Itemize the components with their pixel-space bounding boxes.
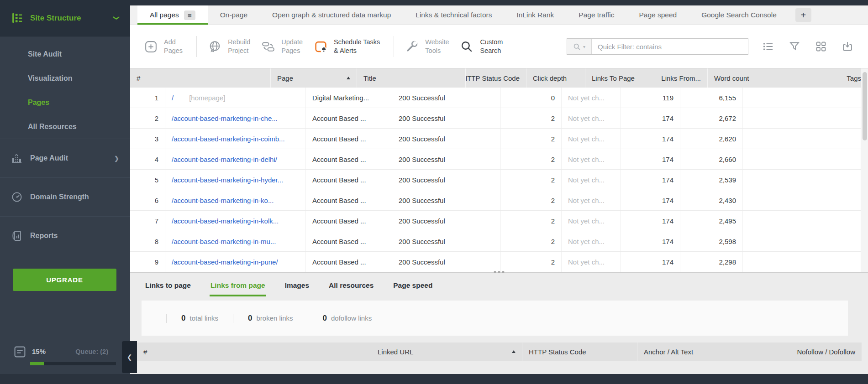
list-view-icon[interactable] — [762, 41, 774, 52]
table-row[interactable]: 5 /account-based-marketing-in-hyder... A… — [130, 170, 868, 190]
sidebar-item[interactable]: Site Audit — [0, 42, 130, 66]
sidebar-section-domain-strength[interactable]: Domain Strength — [0, 177, 130, 216]
sidebar-item-label: Site Audit — [28, 50, 62, 58]
sidebar-header-site-structure[interactable]: Site Structure ❯ — [0, 0, 130, 36]
title-cell: Account Based ... — [306, 129, 392, 149]
sidebar-section-label: Reports — [30, 232, 119, 240]
crawl-log-icon[interactable] — [14, 346, 26, 358]
stat-label: total links — [189, 314, 218, 322]
column-header[interactable]: HTTP Status Code — [522, 342, 637, 361]
table-row[interactable]: 6 /account-based-marketing-in-ko... Acco… — [130, 190, 868, 211]
column-header[interactable]: # — [130, 68, 271, 88]
table-scrollbar-thumb[interactable] — [863, 72, 867, 140]
page-cell: /account-based-marketing-in-ko... — [165, 190, 306, 210]
page-link[interactable]: / — [172, 94, 174, 102]
rebuild-project-button[interactable]: RebuildProject — [208, 38, 250, 55]
sidebar-item[interactable]: All Resources — [0, 114, 130, 139]
workspace-tab[interactable]: Open graph & structured data markup ≡ — [260, 5, 403, 25]
toolbar: AddPages RebuildProject — [130, 25, 868, 68]
page-link[interactable]: /account-based-marketing-in-mu... — [172, 238, 276, 245]
column-header-label: Nofollow / Dofollow — [797, 348, 855, 356]
custom-search-label: CustomSearch — [480, 38, 503, 55]
table-row[interactable]: 2 /account-based-marketing-in-che... Acc… — [130, 108, 868, 129]
grid-view-icon[interactable] — [815, 41, 827, 52]
column-header-label: # — [143, 348, 147, 356]
details-panel-tab-label: Page speed — [393, 281, 432, 289]
links-table-header: # Linked URL HTTP Status Code An — [137, 342, 862, 361]
table-row[interactable]: 7 /account-based-marketing-in-kolk... Ac… — [130, 211, 868, 231]
word-count-cell: 2,495 — [680, 211, 743, 231]
column-header[interactable]: Anchor / Alt Text — [637, 342, 790, 361]
sidebar-section-reports[interactable]: Reports — [0, 216, 130, 255]
workspace-tab[interactable]: All pages ≡ — [137, 5, 208, 25]
workspace-tab[interactable]: Links & technical factors ≡ — [403, 5, 504, 25]
custom-search-button[interactable]: CustomSearch — [460, 38, 503, 55]
website-tools-button[interactable]: WebsiteTools — [405, 38, 449, 55]
page-link[interactable]: /account-based-marketing-in-kolk... — [172, 217, 279, 225]
details-panel-tab[interactable]: Images — [285, 281, 309, 290]
page-link[interactable]: /account-based-marketing-in-pune/ — [172, 258, 278, 266]
quick-filter-input[interactable] — [592, 39, 748, 54]
details-panel-tab[interactable]: Page speed — [393, 281, 432, 290]
page-link[interactable]: /account-based-marketing-in-coimb... — [172, 135, 285, 143]
update-pages-button[interactable]: UpdatePages — [261, 38, 303, 55]
column-header[interactable]: Word count — [708, 68, 840, 88]
table-row[interactable]: 4 /account-based-marketing-in-delhi/ Acc… — [130, 149, 868, 170]
page-link[interactable]: /account-based-marketing-in-delhi/ — [172, 156, 277, 163]
add-tab-button[interactable]: + — [795, 8, 811, 22]
column-header[interactable]: Title — [357, 68, 466, 88]
links-from-cell: 174 — [621, 211, 680, 231]
table-row[interactable]: 3 /account-based-marketing-in-coimb... A… — [130, 129, 868, 149]
sidebar-collapse-handle[interactable]: ❮ — [122, 341, 137, 373]
website-tools-label: WebsiteTools — [425, 38, 449, 55]
column-header[interactable]: Linked URL — [371, 342, 522, 361]
page-link[interactable]: /account-based-marketing-in-ko... — [172, 197, 274, 204]
title-cell: Account Based ... — [306, 149, 392, 169]
toolbar-separator — [196, 36, 197, 57]
schedule-tasks-label: Schedule Tasks& Alerts — [334, 38, 380, 55]
details-panel-tab[interactable]: Links from page — [210, 281, 265, 290]
table-scrollbar[interactable] — [861, 68, 868, 272]
page-link[interactable]: /account-based-marketing-in-hyder... — [172, 176, 283, 184]
filter-funnel-icon[interactable] — [789, 41, 800, 52]
workspace-tab[interactable]: Page traffic ≡ — [566, 5, 626, 25]
links-from-cell: 174 — [621, 149, 680, 169]
column-header-label: Page — [277, 74, 293, 82]
table-row[interactable]: 8 /account-based-marketing-in-mu... Acco… — [130, 231, 868, 252]
panel-resize-handle[interactable] — [491, 270, 507, 274]
tags-cell — [743, 170, 868, 190]
details-panel-tab[interactable]: All resources — [329, 281, 374, 290]
column-header[interactable]: Links From... — [645, 68, 708, 88]
word-count-cell: 2,298 — [680, 252, 743, 272]
word-count-cell: 2,672 — [680, 108, 743, 128]
table-row[interactable]: 9 /account-based-marketing-in-pune/ Acco… — [130, 252, 868, 272]
quick-filter-scope-button[interactable]: ▾ — [567, 39, 592, 54]
download-icon[interactable] — [842, 41, 853, 52]
sidebar-section-label: Page Audit — [30, 154, 114, 162]
column-header[interactable]: Page — [271, 68, 357, 88]
workspace-tab[interactable]: Google Search Console ≡ — [689, 5, 789, 25]
http-status-cell: 200 Successful — [392, 108, 501, 128]
upgrade-button[interactable]: UPGRADE — [13, 269, 116, 291]
schedule-tasks-button[interactable]: Schedule Tasks& Alerts — [314, 38, 380, 55]
click-depth-cell: 2 — [501, 108, 562, 128]
tags-cell — [743, 252, 868, 272]
details-panel-tab[interactable]: Links to page — [145, 281, 191, 290]
column-header[interactable]: HTTP Status Code — [466, 68, 526, 88]
workspace-tab[interactable]: On-page ≡ — [208, 5, 260, 25]
column-header[interactable]: Click depth — [526, 68, 585, 88]
add-pages-button[interactable]: AddPages — [144, 38, 183, 55]
page-link[interactable]: /account-based-marketing-in-che... — [172, 114, 278, 122]
reports-icon — [11, 230, 23, 242]
sidebar-section-page-audit[interactable]: Page Audit ❯ — [0, 139, 130, 177]
workspace-tab[interactable]: InLink Rank ≡ — [504, 5, 566, 25]
column-header[interactable]: # — [137, 342, 371, 361]
links-from-cell: 119 — [621, 88, 680, 108]
sidebar-item[interactable]: Pages — [0, 90, 130, 114]
tab-menu-icon[interactable]: ≡ — [184, 10, 195, 20]
table-row[interactable]: 1 / [homepage] Digital Marketing... 200 … — [130, 88, 868, 108]
column-header[interactable]: Nofollow / Dofollow — [790, 342, 862, 361]
workspace-tab[interactable]: Page speed ≡ — [626, 5, 689, 25]
sidebar-item[interactable]: Visualization — [0, 66, 130, 90]
column-header[interactable]: Links To Page — [585, 68, 645, 88]
